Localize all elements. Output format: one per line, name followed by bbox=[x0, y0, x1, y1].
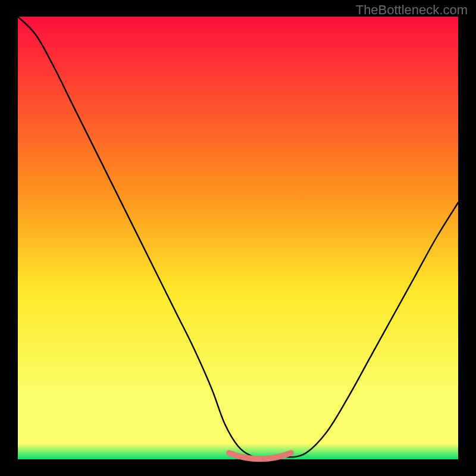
bottleneck-chart bbox=[0, 0, 476, 476]
watermark-text: TheBottleneck.com bbox=[356, 2, 468, 18]
gradient-plot-area bbox=[18, 17, 458, 459]
